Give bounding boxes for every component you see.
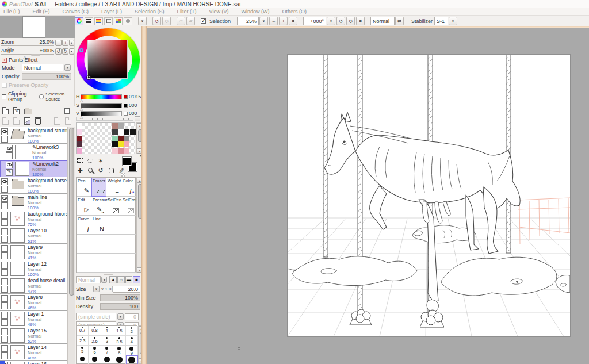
tool-slot-empty[interactable] (106, 216, 121, 235)
tool-line[interactable]: LineN (91, 216, 106, 235)
menu-file[interactable]: File (F) (3, 9, 20, 14)
tool-slot-empty[interactable] (121, 254, 136, 273)
brush-size-partial[interactable] (89, 355, 101, 364)
layer-edit-marker[interactable] (1, 236, 8, 243)
tool-slot-empty[interactable] (91, 254, 106, 273)
layer-visibility-toggle[interactable] (1, 328, 8, 335)
zoom-dropdown-button[interactable]: ▼ (259, 17, 268, 25)
angle-dropdown-button[interactable]: ▼ (327, 17, 335, 25)
menu-canvas[interactable]: Canvas (C) (63, 9, 89, 14)
tool-selpen[interactable]: SelPen (106, 197, 121, 216)
nav-zoom-reset-button[interactable]: ▪ (69, 40, 74, 46)
rotate-tool[interactable]: ↺ (97, 166, 105, 174)
swatch-141414[interactable] (124, 129, 129, 135)
brush-size-8[interactable]: 8 (113, 346, 125, 355)
swatch-dc8b95[interactable] (118, 148, 124, 154)
swatch-b3837b[interactable] (112, 123, 118, 129)
brush-size-7[interactable]: 7 (101, 346, 113, 355)
brush-size-2.3[interactable]: 2.3 (77, 336, 89, 346)
swatch-8fd2ae[interactable] (112, 136, 118, 141)
layer-list-scrollbar[interactable] (67, 127, 75, 364)
move-tool[interactable]: ✚ (76, 166, 84, 174)
layer-edit-marker[interactable] (1, 269, 8, 276)
tool-seleras[interactable]: SelEras (121, 197, 136, 216)
layer-visibility-toggle[interactable] (1, 245, 8, 252)
toggle-rgb-sliders[interactable] (85, 17, 93, 25)
saturation-value-square[interactable] (88, 40, 127, 78)
menu-window[interactable]: Window (W) (241, 9, 269, 14)
layer-edit-marker[interactable] (1, 302, 8, 309)
lasso-tool[interactable] (86, 156, 94, 164)
toggle-custom[interactable] (124, 17, 132, 25)
swatch-a9a9a9[interactable] (118, 123, 124, 129)
new-linework-layer-button[interactable] (13, 107, 20, 114)
layer-row-layer-16[interactable]: Layer 16Normal51% (0, 361, 67, 364)
layer-visibility-toggle[interactable] (1, 128, 8, 135)
layer-visibility-toggle[interactable] (6, 145, 13, 152)
layer-row-layer-1[interactable]: Layer 1Normal49% (0, 311, 67, 327)
tool-weight[interactable]: Weight≡ (106, 178, 121, 197)
merge-down-button[interactable] (13, 117, 20, 125)
tool-slot-empty[interactable] (77, 254, 91, 273)
brush-size-1[interactable]: 1 (101, 326, 113, 336)
nav-rotate-ccw-button[interactable]: ↺ (55, 48, 62, 55)
stabilizer-field[interactable]: S-1 (434, 17, 448, 25)
brush-size-0.7[interactable]: 0.7 (77, 326, 89, 336)
brush-size-partial[interactable] (101, 355, 113, 364)
tool-edit[interactable]: Edit▷ (77, 197, 91, 216)
zoom-reset-button[interactable]: ■ (289, 17, 297, 25)
layer-mask-button[interactable] (64, 108, 70, 114)
undo-button[interactable]: ↺ (152, 17, 161, 25)
layer-row-layer8[interactable]: Layer8Normal46% (0, 294, 67, 311)
density-slider[interactable]: 100 (100, 303, 140, 310)
canvas-backdrop[interactable] (147, 28, 589, 364)
canvas[interactable] (288, 55, 570, 336)
layer-visibility-toggle[interactable] (1, 212, 8, 219)
clear-layer-button[interactable] (24, 117, 30, 125)
view-mode-field[interactable]: Normal (370, 17, 395, 25)
min-size-slider[interactable]: 100% (100, 294, 140, 301)
layer-visibility-toggle[interactable] (1, 312, 8, 319)
brush-size-3.5[interactable]: 3.5 (113, 336, 125, 346)
brush-size-5[interactable]: 5 (77, 346, 89, 355)
layer-visibility-toggle[interactable] (1, 278, 8, 285)
brush-size-6[interactable]: 6 (89, 346, 101, 355)
layer-edit-marker[interactable] (1, 252, 8, 259)
swatch-f6c8d2[interactable] (112, 148, 118, 154)
redo-button[interactable]: ↻ (162, 17, 171, 25)
layer-edit-marker[interactable] (1, 202, 8, 209)
layer-row-layer-10[interactable]: Layer 10Normal51% (0, 227, 67, 244)
size-unit-button[interactable]: ▼ (93, 286, 100, 292)
hue-slider[interactable]: △ (81, 94, 122, 99)
brush-size-1.5[interactable]: 1.5 (113, 326, 125, 336)
brush-shape-select[interactable]: (simple circle) (76, 313, 116, 320)
blend-dropdown-button[interactable]: ▼ (101, 277, 107, 283)
brush-shape-round[interactable]: ⌂ (117, 276, 125, 283)
panel-dropdown-button[interactable]: ▼ (138, 17, 147, 25)
transfer-down-button[interactable] (2, 117, 9, 125)
clipping-group-checkbox[interactable] (2, 94, 6, 99)
magic-wand-tool[interactable]: ✶ (97, 156, 105, 164)
swatch-efa9d0[interactable] (77, 148, 82, 154)
layer-row-layer9[interactable]: Layer9Normal41% (0, 244, 67, 260)
layer-row-linework2[interactable]: ✎Linework2Normal100% (0, 160, 67, 177)
brush-shape-sharp[interactable]: ▲ (109, 276, 117, 283)
layer-edit-marker[interactable] (1, 136, 8, 143)
navigator-preview[interactable] (0, 16, 75, 38)
layer-row-background-horses[interactable]: background horsesNormal100% (0, 177, 67, 194)
zoom-tool[interactable] (86, 166, 94, 174)
layer-visibility-toggle[interactable] (1, 178, 8, 185)
tool-curve[interactable]: Curveʃ (77, 216, 91, 235)
brush-blend-select[interactable]: Normal (76, 276, 101, 283)
rotate-ccw-button[interactable]: ↺ (336, 17, 345, 25)
tool-color[interactable]: Colorʃ•• (121, 178, 136, 197)
delete-layer-button[interactable] (35, 118, 41, 125)
nav-rotate-cw-button[interactable]: ↻ (62, 48, 68, 55)
brush-size-partial[interactable] (113, 355, 125, 364)
layer-edit-marker[interactable] (1, 336, 8, 343)
menu-view[interactable]: View (V) (209, 9, 229, 14)
layer-visibility-toggle[interactable] (1, 228, 8, 235)
layer-edit-marker[interactable] (1, 286, 8, 293)
menu-selection[interactable]: Selection (S) (135, 9, 165, 14)
sv-marker[interactable] (87, 76, 90, 79)
